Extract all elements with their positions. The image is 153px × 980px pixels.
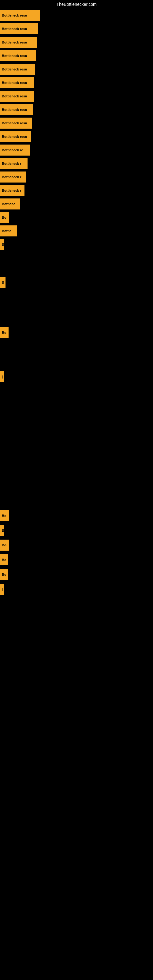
gap-spacer: [0, 251, 153, 275]
bottleneck-bar: Bottle: [0, 225, 17, 236]
list-item: Bottleneck r: [0, 170, 153, 184]
bar-label: Bo: [2, 558, 6, 562]
bar-label: Bottleneck r: [2, 175, 21, 179]
gap-spacer: [0, 358, 153, 370]
bar-label: |: [2, 375, 3, 379]
bottleneck-bar: Bottleneck resu: [0, 10, 40, 21]
list-item: Bottleneck r: [0, 157, 153, 170]
bar-label: Bottleneck resu: [2, 40, 27, 44]
list-item: B: [0, 524, 153, 537]
bar-label: Bottleneck resu: [2, 13, 27, 17]
bottleneck-bar: Bottleneck resu: [0, 118, 32, 129]
bar-label: B: [2, 243, 4, 246]
bar-label: Bottleneck resu: [2, 94, 27, 98]
bottleneck-bar: Bottleneck resu: [0, 131, 31, 142]
bar-label: Bottleneck resu: [2, 81, 27, 84]
bottleneck-bar: B: [0, 277, 5, 288]
bottleneck-bar: Bottleneck resu: [0, 50, 36, 61]
list-item: |: [0, 582, 153, 596]
list-item: Bottleneck resu: [0, 103, 153, 116]
bottleneck-bar: Bo: [0, 327, 9, 338]
bar-label: Bottleneck re: [2, 148, 23, 152]
bottleneck-bar: |: [0, 584, 4, 595]
list-item: Bottleneck r: [0, 184, 153, 197]
bottleneck-bar: Bottleneck re: [0, 145, 30, 156]
bar-label: B: [2, 528, 4, 532]
bottleneck-bar: Bo: [0, 510, 9, 521]
list-item: Bo: [0, 326, 153, 339]
list-item: Bo: [0, 509, 153, 522]
bar-label: Bottleneck r: [2, 162, 21, 165]
list-item: Bottle: [0, 224, 153, 238]
bottleneck-bar: |: [0, 371, 4, 382]
bar-label: |: [2, 587, 3, 591]
gap-spacer: [0, 313, 153, 326]
bar-label: Bottleneck resu: [2, 121, 27, 125]
list-item: Bo: [0, 211, 153, 224]
gap-spacer: [0, 387, 153, 509]
bar-label: Bottle: [2, 229, 11, 233]
list-item: Bottleneck resu: [0, 116, 153, 130]
bottleneck-bar: Bottlene: [0, 199, 20, 210]
bottleneck-bar: Bo: [0, 539, 9, 550]
bottleneck-bar: Bo: [0, 554, 8, 565]
bottleneck-bar: Bo: [0, 212, 9, 223]
bar-label: Bottleneck resu: [2, 108, 27, 111]
bottleneck-bar: Bottleneck resu: [0, 104, 33, 115]
bar-label: Bo: [2, 331, 6, 334]
bar-label: Bottleneck resu: [2, 27, 27, 30]
bottleneck-bar: Bottleneck resu: [0, 64, 35, 75]
list-item: |: [0, 370, 153, 383]
bar-label: Bo: [2, 514, 6, 517]
bottleneck-bar: Bo: [0, 569, 8, 580]
bottleneck-bar: Bottleneck r: [0, 185, 24, 196]
list-item: Bo: [0, 538, 153, 552]
bar-label: Bottleneck resu: [2, 54, 27, 57]
bottleneck-bar: Bottleneck resu: [0, 77, 34, 88]
list-item: B: [0, 238, 153, 251]
list-item: Bottleneck resu: [0, 22, 153, 35]
bottleneck-bar: Bottleneck r: [0, 158, 27, 169]
bottleneck-bar: Bottleneck r: [0, 172, 26, 183]
site-title: TheBottlenecker.com: [0, 0, 153, 9]
bottleneck-bar: Bottleneck resu: [0, 91, 33, 102]
list-item: Bottlene: [0, 197, 153, 211]
list-item: Bottleneck resu: [0, 62, 153, 76]
bottleneck-bar: B: [0, 239, 4, 250]
bar-label: Bottleneck resu: [2, 135, 27, 138]
bar-label: Bottleneck resu: [2, 67, 27, 71]
bottleneck-bar: B: [0, 525, 4, 536]
list-item: Bottleneck resu: [0, 35, 153, 49]
list-item: Bottleneck resu: [0, 76, 153, 89]
list-item: Bottleneck resu: [0, 9, 153, 22]
list-item: Bottleneck re: [0, 143, 153, 157]
bar-label: Bo: [2, 573, 6, 576]
bar-label: Bo: [2, 543, 6, 547]
bottleneck-bar: Bottleneck resu: [0, 23, 38, 34]
list-item: B: [0, 275, 153, 289]
bar-label: Bottlene: [2, 202, 15, 206]
list-item: Bottleneck resu: [0, 89, 153, 103]
bar-label: Bo: [2, 216, 6, 219]
bar-label: B: [2, 280, 4, 284]
bar-label: Bottleneck r: [2, 189, 21, 192]
bottleneck-bar: Bottleneck resu: [0, 37, 37, 48]
list-item: Bottleneck resu: [0, 130, 153, 143]
list-item: Bo: [0, 553, 153, 566]
list-item: Bottleneck resu: [0, 49, 153, 62]
list-item: Bo: [0, 568, 153, 581]
